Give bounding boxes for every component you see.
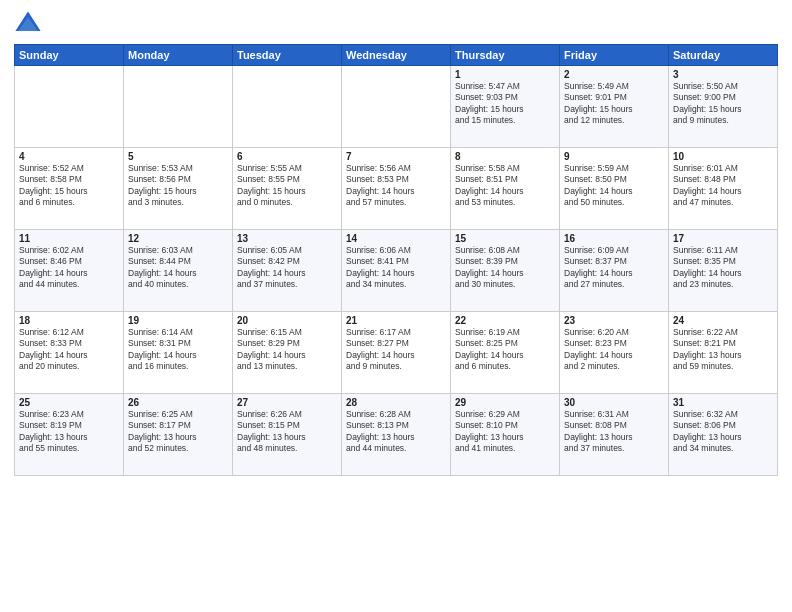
day-cell: 27Sunrise: 6:26 AM Sunset: 8:15 PM Dayli… [233, 394, 342, 476]
day-cell: 3Sunrise: 5:50 AM Sunset: 9:00 PM Daylig… [669, 66, 778, 148]
day-info: Sunrise: 5:56 AM Sunset: 8:53 PM Dayligh… [346, 163, 446, 209]
day-number: 18 [19, 315, 119, 326]
logo-icon [14, 10, 42, 38]
day-cell: 17Sunrise: 6:11 AM Sunset: 8:35 PM Dayli… [669, 230, 778, 312]
day-number: 23 [564, 315, 664, 326]
day-info: Sunrise: 5:49 AM Sunset: 9:01 PM Dayligh… [564, 81, 664, 127]
day-number: 15 [455, 233, 555, 244]
day-info: Sunrise: 6:08 AM Sunset: 8:39 PM Dayligh… [455, 245, 555, 291]
day-info: Sunrise: 6:17 AM Sunset: 8:27 PM Dayligh… [346, 327, 446, 373]
day-info: Sunrise: 6:26 AM Sunset: 8:15 PM Dayligh… [237, 409, 337, 455]
day-number: 9 [564, 151, 664, 162]
day-number: 6 [237, 151, 337, 162]
header-day-saturday: Saturday [669, 45, 778, 66]
day-cell: 4Sunrise: 5:52 AM Sunset: 8:58 PM Daylig… [15, 148, 124, 230]
day-info: Sunrise: 5:55 AM Sunset: 8:55 PM Dayligh… [237, 163, 337, 209]
header [14, 10, 778, 38]
day-info: Sunrise: 6:11 AM Sunset: 8:35 PM Dayligh… [673, 245, 773, 291]
main-container: SundayMondayTuesdayWednesdayThursdayFrid… [0, 0, 792, 612]
day-info: Sunrise: 6:28 AM Sunset: 8:13 PM Dayligh… [346, 409, 446, 455]
day-info: Sunrise: 6:20 AM Sunset: 8:23 PM Dayligh… [564, 327, 664, 373]
day-number: 22 [455, 315, 555, 326]
day-cell: 16Sunrise: 6:09 AM Sunset: 8:37 PM Dayli… [560, 230, 669, 312]
day-info: Sunrise: 5:52 AM Sunset: 8:58 PM Dayligh… [19, 163, 119, 209]
day-cell: 6Sunrise: 5:55 AM Sunset: 8:55 PM Daylig… [233, 148, 342, 230]
day-number: 29 [455, 397, 555, 408]
week-row-4: 18Sunrise: 6:12 AM Sunset: 8:33 PM Dayli… [15, 312, 778, 394]
header-day-thursday: Thursday [451, 45, 560, 66]
day-number: 19 [128, 315, 228, 326]
day-number: 25 [19, 397, 119, 408]
day-info: Sunrise: 6:25 AM Sunset: 8:17 PM Dayligh… [128, 409, 228, 455]
day-cell: 28Sunrise: 6:28 AM Sunset: 8:13 PM Dayli… [342, 394, 451, 476]
day-number: 31 [673, 397, 773, 408]
day-cell: 24Sunrise: 6:22 AM Sunset: 8:21 PM Dayli… [669, 312, 778, 394]
calendar-header: SundayMondayTuesdayWednesdayThursdayFrid… [15, 45, 778, 66]
day-number: 5 [128, 151, 228, 162]
day-info: Sunrise: 6:29 AM Sunset: 8:10 PM Dayligh… [455, 409, 555, 455]
day-info: Sunrise: 6:06 AM Sunset: 8:41 PM Dayligh… [346, 245, 446, 291]
header-row: SundayMondayTuesdayWednesdayThursdayFrid… [15, 45, 778, 66]
week-row-2: 4Sunrise: 5:52 AM Sunset: 8:58 PM Daylig… [15, 148, 778, 230]
day-cell: 31Sunrise: 6:32 AM Sunset: 8:06 PM Dayli… [669, 394, 778, 476]
header-day-sunday: Sunday [15, 45, 124, 66]
day-cell: 26Sunrise: 6:25 AM Sunset: 8:17 PM Dayli… [124, 394, 233, 476]
day-cell: 11Sunrise: 6:02 AM Sunset: 8:46 PM Dayli… [15, 230, 124, 312]
week-row-5: 25Sunrise: 6:23 AM Sunset: 8:19 PM Dayli… [15, 394, 778, 476]
day-number: 8 [455, 151, 555, 162]
day-number: 26 [128, 397, 228, 408]
day-cell: 1Sunrise: 5:47 AM Sunset: 9:03 PM Daylig… [451, 66, 560, 148]
day-cell: 13Sunrise: 6:05 AM Sunset: 8:42 PM Dayli… [233, 230, 342, 312]
day-info: Sunrise: 6:05 AM Sunset: 8:42 PM Dayligh… [237, 245, 337, 291]
day-info: Sunrise: 6:09 AM Sunset: 8:37 PM Dayligh… [564, 245, 664, 291]
day-number: 30 [564, 397, 664, 408]
day-number: 17 [673, 233, 773, 244]
day-number: 3 [673, 69, 773, 80]
day-cell: 22Sunrise: 6:19 AM Sunset: 8:25 PM Dayli… [451, 312, 560, 394]
day-info: Sunrise: 6:03 AM Sunset: 8:44 PM Dayligh… [128, 245, 228, 291]
day-info: Sunrise: 5:50 AM Sunset: 9:00 PM Dayligh… [673, 81, 773, 127]
header-day-tuesday: Tuesday [233, 45, 342, 66]
day-number: 20 [237, 315, 337, 326]
day-info: Sunrise: 5:59 AM Sunset: 8:50 PM Dayligh… [564, 163, 664, 209]
day-info: Sunrise: 6:01 AM Sunset: 8:48 PM Dayligh… [673, 163, 773, 209]
day-number: 24 [673, 315, 773, 326]
day-number: 7 [346, 151, 446, 162]
day-info: Sunrise: 6:32 AM Sunset: 8:06 PM Dayligh… [673, 409, 773, 455]
day-cell: 7Sunrise: 5:56 AM Sunset: 8:53 PM Daylig… [342, 148, 451, 230]
day-info: Sunrise: 6:31 AM Sunset: 8:08 PM Dayligh… [564, 409, 664, 455]
day-number: 14 [346, 233, 446, 244]
day-info: Sunrise: 6:22 AM Sunset: 8:21 PM Dayligh… [673, 327, 773, 373]
day-cell: 18Sunrise: 6:12 AM Sunset: 8:33 PM Dayli… [15, 312, 124, 394]
header-day-wednesday: Wednesday [342, 45, 451, 66]
day-number: 27 [237, 397, 337, 408]
day-cell [15, 66, 124, 148]
day-info: Sunrise: 6:14 AM Sunset: 8:31 PM Dayligh… [128, 327, 228, 373]
day-number: 1 [455, 69, 555, 80]
header-day-monday: Monday [124, 45, 233, 66]
week-row-3: 11Sunrise: 6:02 AM Sunset: 8:46 PM Dayli… [15, 230, 778, 312]
day-info: Sunrise: 5:58 AM Sunset: 8:51 PM Dayligh… [455, 163, 555, 209]
day-info: Sunrise: 5:53 AM Sunset: 8:56 PM Dayligh… [128, 163, 228, 209]
calendar-body: 1Sunrise: 5:47 AM Sunset: 9:03 PM Daylig… [15, 66, 778, 476]
day-cell: 30Sunrise: 6:31 AM Sunset: 8:08 PM Dayli… [560, 394, 669, 476]
day-number: 10 [673, 151, 773, 162]
day-cell [233, 66, 342, 148]
day-info: Sunrise: 6:23 AM Sunset: 8:19 PM Dayligh… [19, 409, 119, 455]
day-cell: 21Sunrise: 6:17 AM Sunset: 8:27 PM Dayli… [342, 312, 451, 394]
day-info: Sunrise: 5:47 AM Sunset: 9:03 PM Dayligh… [455, 81, 555, 127]
day-cell: 20Sunrise: 6:15 AM Sunset: 8:29 PM Dayli… [233, 312, 342, 394]
week-row-1: 1Sunrise: 5:47 AM Sunset: 9:03 PM Daylig… [15, 66, 778, 148]
day-cell: 9Sunrise: 5:59 AM Sunset: 8:50 PM Daylig… [560, 148, 669, 230]
day-info: Sunrise: 6:15 AM Sunset: 8:29 PM Dayligh… [237, 327, 337, 373]
header-day-friday: Friday [560, 45, 669, 66]
day-cell: 10Sunrise: 6:01 AM Sunset: 8:48 PM Dayli… [669, 148, 778, 230]
day-info: Sunrise: 6:12 AM Sunset: 8:33 PM Dayligh… [19, 327, 119, 373]
day-cell: 8Sunrise: 5:58 AM Sunset: 8:51 PM Daylig… [451, 148, 560, 230]
day-number: 28 [346, 397, 446, 408]
day-cell: 23Sunrise: 6:20 AM Sunset: 8:23 PM Dayli… [560, 312, 669, 394]
day-cell: 12Sunrise: 6:03 AM Sunset: 8:44 PM Dayli… [124, 230, 233, 312]
day-number: 13 [237, 233, 337, 244]
calendar-table: SundayMondayTuesdayWednesdayThursdayFrid… [14, 44, 778, 476]
day-number: 12 [128, 233, 228, 244]
